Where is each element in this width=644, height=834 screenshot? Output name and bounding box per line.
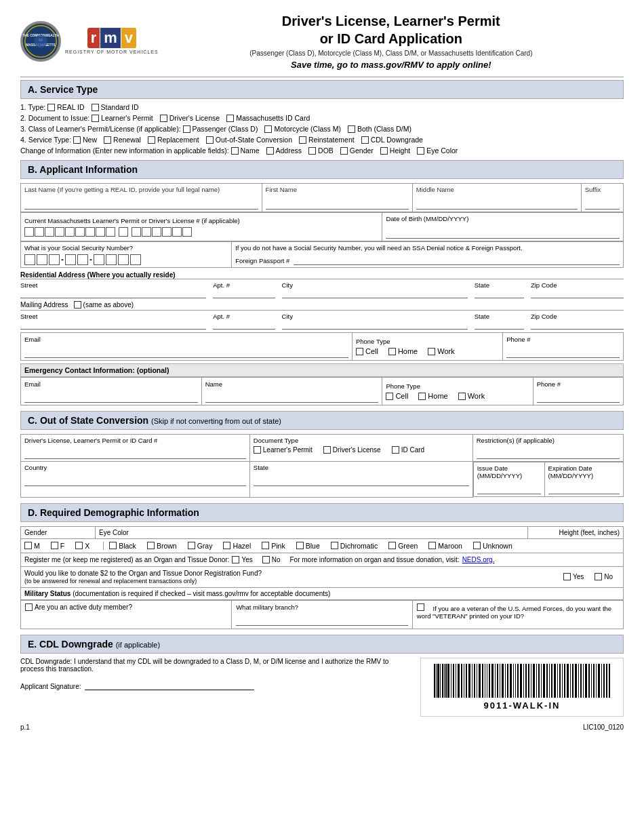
phone-home-option[interactable]: Home [388,347,418,355]
same-as-above[interactable]: (same as above) [74,301,134,309]
donate-no[interactable]: No [595,573,613,580]
svg-rect-23 [474,664,475,698]
svg-rect-34 [502,664,504,698]
page-title: Driver's License, Learner's Permit or ID… [159,12,624,70]
veteran-checkbox[interactable] [417,603,424,611]
gender-x[interactable]: X [75,542,89,550]
change-eye-color[interactable]: Eye Color [417,146,458,155]
emergency-header: Emergency Contact Information: (optional… [20,363,624,377]
dl-number-cell: Current Massachusetts Learner's Permit o… [21,213,382,241]
conv-dl[interactable]: Driver's License [323,446,381,454]
svg-rect-47 [536,664,537,698]
logo-area: THE COMMONWEALTH OF MASSACHUSETTS r m v … [20,21,159,62]
ssn-table: What is your Social Security Number? - -… [20,241,624,268]
cdl-downgrade-option[interactable]: CDL Downgrade [361,136,423,144]
motorcycle-class-m[interactable]: Motorcycle (Class M) [264,125,341,133]
dl-dob-table: Current Massachusetts Learner's Permit o… [20,212,624,241]
eye-blue[interactable]: Blue [296,542,320,550]
organ-no[interactable]: No [262,556,281,563]
active-duty-checkbox[interactable]: Are you an active duty member? [25,603,132,611]
middle-name-cell: Middle Name [412,184,581,212]
conv-id[interactable]: ID Card [392,446,424,454]
zip-field: Zip Code [531,281,624,298]
learners-permit-option[interactable]: Learner's Permit [92,114,153,122]
section-b: B. Applicant Information Last Name (If y… [20,160,624,405]
gender-m[interactable]: M [24,542,40,550]
phone-cell-option[interactable]: Cell [356,347,378,355]
header-online: Save time, go to mass.gov/RMV to apply o… [159,60,624,70]
renewal-option[interactable]: Renewal [104,136,141,144]
svg-rect-19 [464,664,464,698]
svg-rect-72 [601,664,602,698]
svg-rect-30 [491,664,494,698]
replacement-option[interactable]: Replacement [148,136,199,144]
state-seal: THE COMMONWEALTH OF MASSACHUSETTS [20,21,61,62]
eye-hazel[interactable]: Hazel [223,542,251,550]
real-id-option[interactable]: REAL ID [47,103,84,111]
drivers-license-option[interactable]: Driver's License [160,114,220,122]
svg-rect-8 [437,664,439,698]
eye-unknown[interactable]: Unknown [473,542,512,550]
ma-id-card-option[interactable]: Massachusetts ID Card [226,114,310,122]
suffix-cell: Suffix [581,184,623,212]
mailing-zip-field: Zip Code [531,313,624,330]
eye-black[interactable]: Black [109,542,136,550]
donate-yes[interactable]: Yes [563,573,584,580]
name-table: Last Name (If you're getting a REAL ID, … [20,183,624,212]
neds-link[interactable]: NEDS.org. [462,556,495,563]
service-type-row4: 4. Service Type: New Renewal Replacement… [20,136,624,144]
svg-rect-17 [458,664,460,698]
footer: p.1 LIC100_0120 [20,723,624,731]
change-dob[interactable]: DOB [308,146,334,155]
passenger-class-d[interactable]: Passenger (Class D) [183,125,258,133]
change-address[interactable]: Address [266,146,302,155]
svg-point-5 [34,35,47,47]
section-c: C. Out of State Conversion (Skip if not … [20,411,624,498]
phone-work-option[interactable]: Work [428,347,454,355]
change-height[interactable]: Height [380,146,410,155]
eye-dichromatic[interactable]: Dichromatic [331,542,378,550]
change-name[interactable]: Name [231,146,260,155]
emerg-phone-num-cell: Phone # [533,378,623,405]
eye-green[interactable]: Green [388,542,418,550]
gender-f[interactable]: F [51,542,64,550]
svg-rect-32 [497,664,498,698]
oos-conversion-option[interactable]: Out-of-State Conversion [206,136,292,144]
barcode-label: 9011-WALK-IN [484,700,561,711]
svg-rect-46 [533,664,535,698]
dob-cell: Date of Birth (MM/DD/YYYY) [382,213,624,241]
svg-rect-11 [444,664,445,698]
svg-rect-54 [554,664,556,698]
svg-rect-50 [543,664,545,698]
svg-rect-28 [487,664,487,698]
rmv-subtitle: REGISTRY OF MOTOR VEHICLES [65,49,159,54]
city-field: City [282,281,468,298]
organ-yes[interactable]: Yes [232,556,252,563]
svg-rect-68 [591,664,592,698]
phone-type-cell: Phone Type Cell Home Work [352,333,502,361]
title-line1: Driver's License, Learner's Permit [282,14,500,28]
service-type-row1: 1. Type: REAL ID Standard ID [20,103,624,111]
standard-id-option[interactable]: Standard ID [92,103,139,111]
eye-gray[interactable]: Gray [188,542,213,550]
conv-country-cell: Country [21,462,250,498]
both-class-dm[interactable]: Both (Class D/M) [348,125,411,133]
svg-rect-31 [495,664,496,698]
section-b-header: B. Applicant Information [20,160,624,179]
emerg-home-option[interactable]: Home [418,392,447,400]
new-option[interactable]: New [73,136,97,144]
svg-rect-14 [451,664,451,698]
change-gender[interactable]: Gender [340,146,374,155]
emergency-table: Email Name Phone Type Cell Home Work Pho… [20,377,624,405]
svg-rect-9 [440,664,441,698]
svg-rect-13 [447,664,449,698]
eye-maroon[interactable]: Maroon [428,542,462,550]
reinstatement-option[interactable]: Reinstatement [299,136,355,144]
signature-line[interactable] [85,681,254,690]
signature-row: Applicant Signature: [20,681,410,690]
eye-brown[interactable]: Brown [147,542,177,550]
conv-learners[interactable]: Learner's Permit [254,446,313,454]
emerg-work-option[interactable]: Work [458,392,485,400]
eye-pink[interactable]: Pink [262,542,285,550]
emerg-cell-option[interactable]: Cell [386,392,408,400]
